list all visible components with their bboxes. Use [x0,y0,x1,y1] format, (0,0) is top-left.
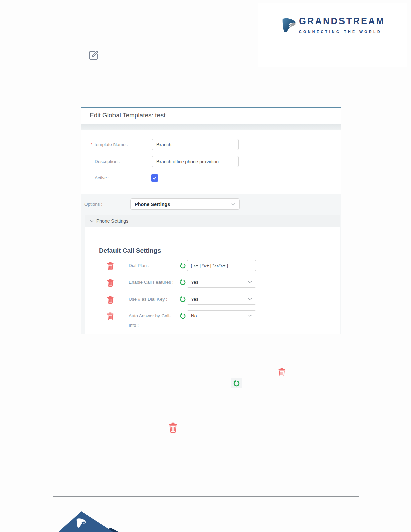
dial-plan-input[interactable] [187,260,256,271]
edit-icon[interactable] [87,49,99,61]
dial-plan-label: Dial Plan : [129,260,182,271]
phone-settings-panel: Phone Settings Default Call Settings Dia… [85,215,340,334]
trash-icon[interactable] [107,262,114,271]
phone-settings-collapse-header[interactable]: Phone Settings [85,215,340,227]
reset-icon[interactable] [180,313,186,320]
chevron-down-icon [248,298,252,300]
grandstream-pyramid-icon [54,509,121,532]
reset-icon[interactable] [180,296,186,304]
collapse-header-label: Phone Settings [96,218,128,224]
trash-icon[interactable] [169,422,177,434]
dialog-title: Edit Global Templates: test [90,112,166,119]
options-label: Options : [84,198,102,210]
auto-answer-label: Auto Answer by Call- [129,310,182,321]
grandstream-logo: GRANDSTREAM CONNECTING THE WORLD [281,16,395,37]
reset-icon[interactable] [180,262,186,270]
brand-name: GRANDSTREAM [299,16,393,28]
edit-global-templates-dialog: Edit Global Templates: test *Template Na… [81,107,341,334]
template-name-input[interactable] [152,139,239,150]
description-label: Description : [95,156,120,167]
default-call-settings-heading: Default Call Settings [99,247,161,254]
trash-icon[interactable] [278,368,285,378]
active-checkbox[interactable] [151,174,158,182]
reset-icon[interactable] [180,279,186,287]
trash-icon[interactable] [107,296,114,305]
trash-icon[interactable] [107,312,114,322]
chevron-down-icon [248,315,252,317]
use-pound-dial-key-select[interactable]: Yes [187,294,256,305]
grandstream-mark-icon [281,17,297,33]
trash-icon[interactable] [107,279,114,288]
description-input[interactable] [152,156,239,167]
template-name-label: *Template Name : [91,139,128,150]
options-select-value: Phone Settings [135,202,170,207]
chevron-down-icon [231,203,235,206]
manual-page: GRANDSTREAM CONNECTING THE WORLD Edit Gl… [0,0,411,532]
footer-divider [53,496,359,497]
check-icon [152,176,157,180]
auto-answer-select[interactable]: No [187,310,256,321]
auto-answer-label-line2: Info : [129,323,139,328]
phone-settings-body: Default Call Settings Dial Plan : Enable… [85,227,340,334]
enable-call-features-label: Enable Call Features : [129,277,182,288]
required-asterisk: * [91,142,92,147]
enable-call-features-select[interactable]: Yes [187,277,256,288]
options-select[interactable]: Phone Settings [130,198,240,210]
dialog-toolbar-strip [81,124,341,130]
chevron-down-icon [90,220,94,222]
use-pound-dial-key-label: Use # as Dial Key : [129,294,182,305]
brand-tagline: CONNECTING THE WORLD [299,30,393,34]
chevron-down-icon [248,281,252,283]
active-label: Active : [95,174,109,182]
reset-icon[interactable] [231,378,242,388]
